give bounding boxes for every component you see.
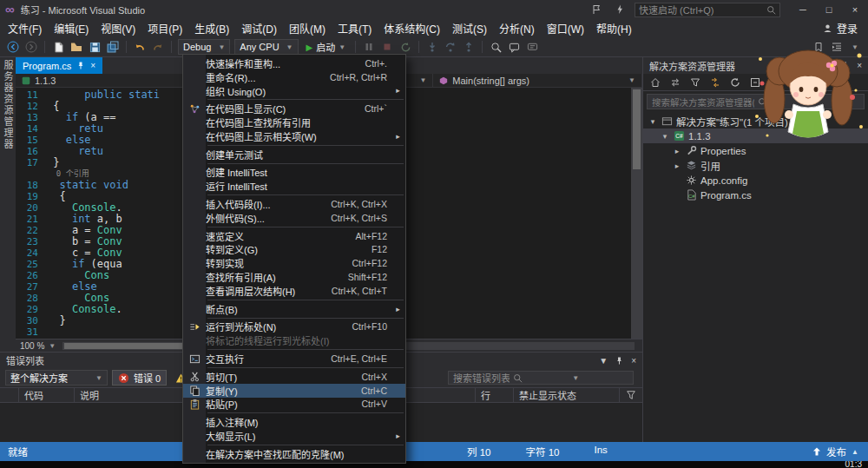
filter-funnel-icon[interactable] (620, 388, 642, 402)
tab-program-cs[interactable]: Program.cs × (16, 57, 102, 74)
context-menu-item[interactable]: 组织 Using(O)▸ (183, 84, 405, 98)
tree-item-properties[interactable]: ▸Properties (643, 143, 868, 158)
feedback-lightning-icon[interactable] (611, 1, 628, 18)
expander-icon[interactable]: ▸ (673, 147, 681, 155)
pending-changes-filter-icon[interactable] (687, 74, 704, 91)
restart-icon[interactable] (397, 38, 414, 56)
redo-icon[interactable] (149, 38, 167, 56)
context-menu-item[interactable]: 剪切(T)Ctrl+X (183, 370, 405, 384)
menu-bar-item[interactable]: 工具(T) (332, 19, 378, 37)
refresh-icon[interactable] (727, 74, 744, 91)
find-in-files-icon[interactable] (487, 38, 504, 56)
menu-bar-item[interactable]: 调试(D) (235, 19, 283, 37)
close-button[interactable]: × (842, 0, 868, 19)
context-menu-item[interactable]: 转到实现Ctrl+F12 (183, 256, 405, 270)
expander-icon[interactable]: ▾ (661, 132, 669, 141)
context-menu-item[interactable]: 粘贴(P)Ctrl+V (183, 398, 405, 412)
tree-item-program-cs[interactable]: C#Program.cs (643, 188, 868, 202)
solution-search-input[interactable]: 搜索解决方案资源管理器(Ctrl+;) (647, 94, 865, 109)
close-tab-icon[interactable]: × (90, 61, 95, 70)
collapse-all-icon[interactable] (746, 74, 764, 91)
zoom-dropdown[interactable]: 100 %▼ (20, 341, 56, 351)
platform-dropdown[interactable]: Any CPU▼ (234, 39, 298, 55)
sign-in-button[interactable]: 登录 (814, 19, 866, 37)
context-menu-item[interactable]: 在代码图上查找所有引用 (183, 115, 405, 129)
context-menu-item[interactable]: 在代码图上显示相关项(W)▸ (183, 129, 405, 143)
bookmark-icon[interactable] (810, 38, 827, 56)
context-menu-item[interactable]: 运行 IntelliTest (183, 179, 405, 193)
context-menu-item[interactable]: 外侧代码(S)...Ctrl+K, Ctrl+S (183, 211, 405, 225)
context-menu-item[interactable]: 查找所有引用(A)Shift+F12 (183, 270, 405, 284)
tree-item-app-config[interactable]: App.config (643, 173, 868, 188)
context-menu-item[interactable]: 插入代码段(I)...Ctrl+K, Ctrl+X (183, 197, 405, 211)
save-icon[interactable] (86, 38, 103, 56)
breadcrumb-member-dropdown[interactable]: Main(string[] args)▼ (433, 74, 642, 87)
pause-icon[interactable] (360, 38, 378, 56)
menu-bar-item[interactable]: 体系结构(C) (378, 19, 446, 37)
publish-button[interactable]: 发布 ▲ (803, 442, 868, 461)
pin-icon[interactable] (77, 62, 84, 69)
error-list-search-input[interactable]: 搜索错误列表 ▼ (448, 371, 634, 385)
scrollbar-thumb[interactable] (633, 89, 641, 169)
tree-item-references[interactable]: ▸引用 (643, 158, 868, 173)
close-panel-icon[interactable]: × (631, 356, 636, 366)
menu-bar-item[interactable]: 项目(P) (141, 19, 188, 37)
menu-bar-item[interactable]: 窗口(W) (541, 19, 590, 37)
window-position-icon[interactable]: ▼ (825, 61, 833, 70)
close-panel-icon[interactable]: × (857, 61, 862, 70)
context-menu-item[interactable]: 快速操作和重构...Ctrl+. (183, 56, 405, 70)
quick-launch-input[interactable]: 快速启动 (Ctrl+Q) (635, 3, 780, 17)
switch-views-icon[interactable] (667, 74, 684, 91)
notifications-flag-icon[interactable] (588, 1, 605, 18)
open-file-icon[interactable] (68, 38, 85, 56)
pin-icon[interactable] (841, 62, 849, 69)
context-menu-item[interactable]: 运行到光标处(N)Ctrl+F10 (183, 320, 405, 334)
context-menu-item[interactable]: 创建单元测试 (183, 148, 405, 161)
start-debugging-button[interactable]: ▶ 启动 ▼ (301, 38, 352, 56)
window-position-icon[interactable]: ▼ (599, 356, 608, 366)
navigate-back-icon[interactable] (4, 38, 22, 56)
expander-icon[interactable]: ▾ (648, 117, 657, 126)
menu-bar-item[interactable]: 分析(N) (493, 19, 541, 37)
navigate-forward-icon[interactable] (23, 38, 40, 56)
step-out-icon[interactable] (460, 38, 477, 56)
minimize-button[interactable]: ─ (790, 0, 816, 19)
context-menu-item[interactable]: 交互执行Ctrl+E, Ctrl+E (183, 352, 405, 366)
sync-with-active-document-icon[interactable] (707, 74, 724, 91)
vertical-scrollbar[interactable] (631, 88, 642, 339)
new-file-icon[interactable] (49, 38, 67, 56)
menu-bar-item[interactable]: 文件(F) (2, 19, 48, 37)
debug-configuration-dropdown[interactable]: Debug▼ (178, 39, 230, 55)
show-all-files-icon[interactable] (786, 74, 804, 91)
context-menu-item[interactable]: 复制(Y)Ctrl+C (183, 384, 405, 398)
menu-bar-item[interactable]: 视图(V) (95, 19, 141, 37)
stop-icon[interactable] (378, 38, 396, 56)
errors-filter-button[interactable]: 错误 0 (112, 370, 167, 386)
context-menu-item[interactable]: 重命名(R)...Ctrl+R, Ctrl+R (183, 70, 405, 84)
save-all-icon[interactable] (104, 38, 122, 56)
column-header[interactable]: 行 (476, 388, 514, 402)
context-menu-item[interactable]: 在解决方案中查找匹配的克隆(M) (183, 447, 405, 461)
comment-icon[interactable] (505, 38, 523, 56)
context-menu-item[interactable]: 插入注释(M) (183, 415, 405, 429)
context-menu-item[interactable]: 查看调用层次结构(H)Ctrl+K, Ctrl+T (183, 284, 405, 298)
indent-icon[interactable] (828, 38, 845, 56)
column-header[interactable]: 代码 (19, 388, 75, 402)
context-menu-item[interactable]: 转到定义(G)F12 (183, 243, 405, 257)
menu-bar-item[interactable]: 帮助(H) (590, 19, 638, 37)
server-explorer-tab[interactable]: 服务器资源管理器 (1, 60, 15, 352)
column-header[interactable]: 禁止显示状态 (514, 388, 620, 402)
step-into-icon[interactable] (424, 38, 441, 56)
toolbar-options-icon[interactable]: ▼ (846, 38, 864, 56)
menu-bar-item[interactable]: 编辑(E) (48, 19, 95, 37)
undo-icon[interactable] (131, 38, 148, 56)
expander-icon[interactable]: ▸ (673, 161, 681, 170)
context-menu-item[interactable]: 创建 IntelliTest (183, 166, 405, 180)
properties-wrench-icon[interactable] (766, 74, 784, 91)
step-over-icon[interactable] (442, 38, 459, 56)
context-menu-item[interactable]: 在代码图上显示(C)Ctrl+` (183, 102, 405, 115)
context-menu-item[interactable]: 速览定义Alt+F12 (183, 229, 405, 243)
tree-item-project-113[interactable]: ▾C#1.1.3 (643, 129, 868, 143)
uncomment-icon[interactable] (523, 38, 541, 56)
tree-item-solution[interactable]: ▾解决方案"练习"(1 个项目) (643, 114, 868, 129)
